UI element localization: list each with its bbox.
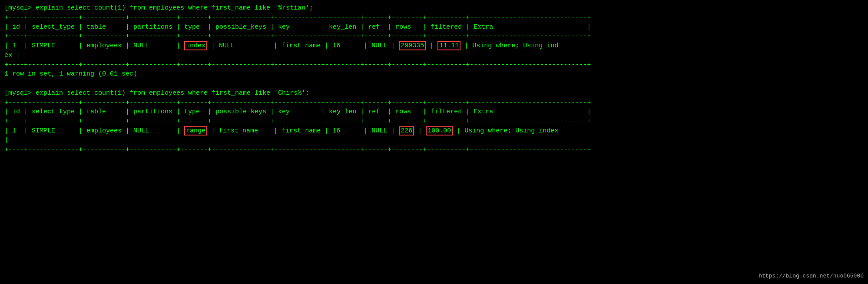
query1-filtered-cell: 11.11 bbox=[437, 41, 461, 50]
query2-sep3: +----+-------------+-----------+--------… bbox=[4, 145, 864, 155]
query1-data-row: | 1 | SIMPLE | employees | NULL | index … bbox=[4, 41, 864, 51]
query1-sep1: +----+-------------+-----------+--------… bbox=[4, 13, 864, 23]
query1-sep2: +----+-------------+-----------+--------… bbox=[4, 32, 864, 41]
terminal-window: [mysql> explain select count(1) from emp… bbox=[4, 3, 864, 155]
query2-prompt: [mysql> explain select count(1) from emp… bbox=[4, 89, 864, 98]
query2-rows-cell: 226 bbox=[399, 126, 414, 135]
query2-header: | id | select_type | table | partitions … bbox=[4, 107, 864, 117]
query2-filtered-cell: 100.00 bbox=[426, 126, 453, 135]
query1-type-cell: index bbox=[184, 41, 207, 50]
query1-prompt: [mysql> explain select count(1) from emp… bbox=[4, 3, 864, 13]
query1-sep3: +----+-------------+-----------+--------… bbox=[4, 60, 864, 70]
query2-type-cell: range bbox=[184, 126, 207, 135]
query2-sep1: +----+-------------+-----------+--------… bbox=[4, 98, 864, 108]
query1-result: 1 row in set, 1 warning (0.01 sec) bbox=[4, 69, 864, 79]
query1-header: | id | select_type | table | partitions … bbox=[4, 23, 864, 32]
query2-data-row: | 1 | SIMPLE | employees | NULL | range … bbox=[4, 126, 864, 136]
query2-data-row2: | bbox=[4, 136, 864, 145]
query1-data-row2: ex | bbox=[4, 51, 864, 60]
blank1 bbox=[4, 79, 864, 89]
watermark: https://blog.csdn.net/huo065000 bbox=[759, 272, 864, 281]
query2-sep2: +----+-------------+-----------+--------… bbox=[4, 117, 864, 126]
query1-rows-cell: 299335 bbox=[399, 41, 426, 50]
